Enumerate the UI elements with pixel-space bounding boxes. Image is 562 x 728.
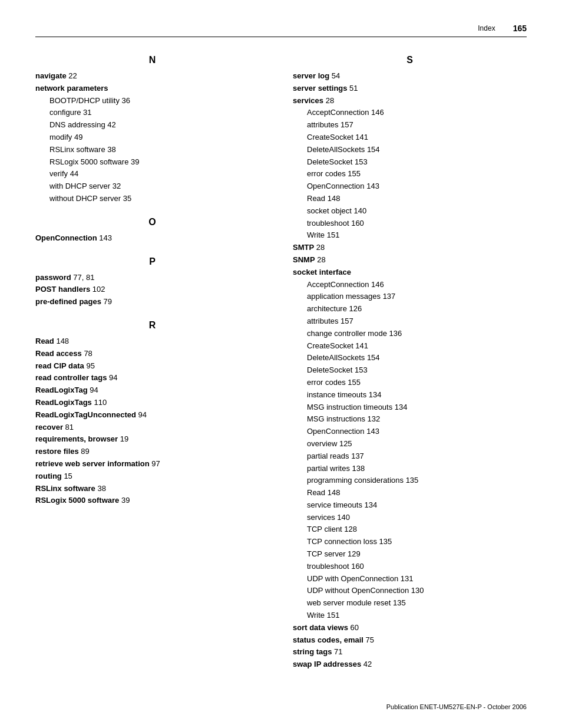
index-entry: POST handlers 102 — [35, 284, 269, 296]
index-entry: configure 31 — [35, 107, 269, 119]
index-entry: Read access 78 — [35, 348, 269, 360]
index-entry: Read 148 — [35, 335, 269, 348]
index-entry: DeleteSocket 153 — [293, 364, 527, 377]
index-entry: application messages 137 — [293, 291, 527, 303]
footer: Publication ENET-UM527E-EN-P - October 2… — [386, 703, 527, 710]
index-entry: recover 81 — [35, 421, 269, 434]
index-entry: modify 49 — [35, 131, 269, 144]
index-entry: UDP without OpenConnection 130 — [293, 585, 527, 597]
index-entry: overview 125 — [293, 438, 527, 450]
section-letter: R — [35, 320, 269, 331]
index-entry: SNMP 28 — [293, 254, 527, 266]
section-r: RRead 148Read access 78read CIP data 95r… — [35, 320, 269, 507]
index-entry: RSLinx software 38 — [35, 483, 269, 495]
index-entry: architecture 126 — [293, 303, 527, 315]
section-s: Sserver log 54server settings 51services… — [293, 55, 527, 671]
index-entry: MSG instruction timeouts 134 — [293, 401, 527, 414]
index-entry: string tags 71 — [293, 646, 527, 658]
index-entry: error codes 155 — [293, 377, 527, 389]
index-entry: Read 148 — [293, 487, 527, 499]
index-entry: read controller tags 94 — [35, 372, 269, 384]
index-entry: service timeouts 134 — [293, 499, 527, 512]
index-entry: status codes, email 75 — [293, 634, 527, 647]
index-entry: socket object 140 — [293, 205, 527, 218]
index-entry: web server module reset 135 — [293, 597, 527, 610]
index-entry: RSLogix 5000 software 39 — [35, 495, 269, 507]
index-entry: TCP server 129 — [293, 548, 527, 561]
index-entry: troubleshoot 160 — [293, 218, 527, 230]
main-content: Nnavigate 22network parametersBOOTP/DHCP… — [35, 55, 527, 683]
index-entry: partial writes 138 — [293, 463, 527, 475]
index-entry: AcceptConnection 146 — [293, 279, 527, 291]
index-entry: pre-defined pages 79 — [35, 296, 269, 308]
header-page-number: 165 — [513, 24, 527, 33]
index-entry: TCP client 128 — [293, 523, 527, 536]
index-entry: TCP connection loss 135 — [293, 536, 527, 548]
index-entry: MSG instructions 132 — [293, 413, 527, 426]
index-entry: AcceptConnection 146 — [293, 107, 527, 119]
index-entry: error codes 155 — [293, 168, 527, 180]
index-entry: UDP with OpenConnection 131 — [293, 573, 527, 585]
index-entry: socket interface — [293, 266, 527, 279]
index-entry: RSLinx software 38 — [35, 144, 269, 156]
index-entry: ReadLogixTags 110 — [35, 397, 269, 409]
index-entry: instance timeouts 134 — [293, 389, 527, 401]
index-entry: services 28 — [293, 95, 527, 107]
index-entry: DNS addressing 42 — [35, 119, 269, 131]
index-entry: without DHCP server 35 — [35, 193, 269, 205]
section-letter: O — [35, 217, 269, 228]
index-entry: retrieve web server information 97 — [35, 458, 269, 470]
section-letter: N — [35, 55, 269, 65]
index-entry: read CIP data 95 — [35, 360, 269, 373]
index-entry: Read 148 — [293, 193, 527, 205]
index-entry: Write 151 — [293, 229, 527, 242]
index-entry: with DHCP server 32 — [35, 180, 269, 193]
left-column: Nnavigate 22network parametersBOOTP/DHCP… — [35, 55, 269, 683]
index-entry: sort data views 60 — [293, 622, 527, 634]
index-entry: partial reads 137 — [293, 450, 527, 463]
page-header: Index 165 — [35, 24, 527, 37]
index-entry: network parameters — [35, 83, 269, 95]
index-entry: ReadLogixTag 94 — [35, 384, 269, 397]
footer-text: Publication ENET-UM527E-EN-P - October 2… — [386, 703, 527, 710]
index-entry: change controller mode 136 — [293, 328, 527, 340]
section-n: Nnavigate 22network parametersBOOTP/DHCP… — [35, 55, 269, 205]
index-entry: troubleshoot 160 — [293, 561, 527, 573]
index-entry: Write 151 — [293, 610, 527, 622]
index-entry: ReadLogixTagUnconnected 94 — [35, 409, 269, 421]
index-entry: OpenConnection 143 — [293, 426, 527, 438]
index-entry: DeleteAllSockets 154 — [293, 352, 527, 364]
page-container: Index 165 Nnavigate 22network parameters… — [0, 0, 562, 728]
index-entry: OpenConnection 143 — [293, 180, 527, 193]
index-entry: verify 44 — [35, 168, 269, 180]
section-letter: S — [293, 55, 527, 65]
index-entry: services 140 — [293, 512, 527, 524]
index-entry: CreateSocket 141 — [293, 131, 527, 144]
index-entry: server settings 51 — [293, 83, 527, 95]
index-entry: DeleteAllSockets 154 — [293, 144, 527, 156]
right-column: Sserver log 54server settings 51services… — [293, 55, 527, 683]
index-entry: navigate 22 — [35, 70, 269, 83]
index-entry: server log 54 — [293, 70, 527, 83]
index-entry: requirements, browser 19 — [35, 433, 269, 446]
index-entry: RSLogix 5000 software 39 — [35, 156, 269, 169]
section-letter: P — [35, 256, 269, 267]
index-entry: SMTP 28 — [293, 242, 527, 254]
index-entry: BOOTP/DHCP utility 36 — [35, 95, 269, 107]
index-entry: attributes 157 — [293, 119, 527, 131]
section-o: OOpenConnection 143 — [35, 217, 269, 245]
index-entry: OpenConnection 143 — [35, 232, 269, 245]
index-entry: password 77, 81 — [35, 272, 269, 284]
index-entry: restore files 89 — [35, 446, 269, 458]
index-entry: CreateSocket 141 — [293, 340, 527, 353]
index-entry: DeleteSocket 153 — [293, 156, 527, 169]
index-entry: attributes 157 — [293, 315, 527, 328]
section-p: Ppassword 77, 81POST handlers 102pre-def… — [35, 256, 269, 308]
header-index-label: Index — [478, 24, 495, 32]
index-entry: programming considerations 135 — [293, 475, 527, 487]
index-entry: swap IP addresses 42 — [293, 658, 527, 671]
index-entry: routing 15 — [35, 470, 269, 483]
